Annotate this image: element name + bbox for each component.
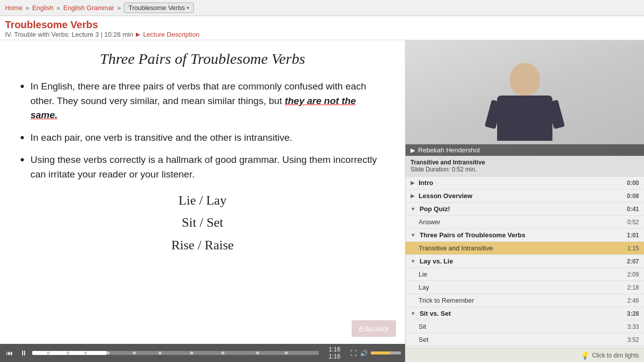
bullet-item-2: • In each pair, one verb is transitive a…: [20, 131, 385, 145]
expand-arrow-icon: ▼: [411, 206, 416, 212]
outline-label: Three Pairs of Troublesome Verbs: [420, 231, 525, 239]
bullet-text-1: In English, there are three pairs of ver…: [30, 79, 385, 123]
outline-time: 3:52: [621, 336, 639, 343]
verb-pair-3: Rise / Raise: [20, 234, 385, 256]
breadcrumb-current[interactable]: Troublesome Verbs ▾: [124, 3, 194, 13]
outline-item-trick[interactable]: Trick to Remember2:46: [406, 294, 644, 307]
timeline-dot: [256, 351, 259, 354]
outline-label: Transitive and Intransitive: [419, 244, 493, 252]
bullet-dot-2: •: [20, 131, 24, 145]
breadcrumb-sep-2: »: [57, 4, 60, 12]
breadcrumb-home[interactable]: Home: [5, 4, 23, 12]
expand-arrow-icon: ▼: [411, 232, 416, 238]
slide-duration-label: Slide Duration:: [411, 166, 450, 173]
outline-item-sit[interactable]: Sit3:33: [406, 320, 644, 333]
outline-time: 3:33: [621, 323, 639, 330]
title-bar: Troublesome Verbs IV. Trouble with Verbs…: [0, 16, 644, 40]
outline-time: 2:18: [621, 284, 639, 291]
time-display: 1:16 1:16: [322, 346, 347, 360]
subtitle-bar: IV. Trouble with Verbs: Lecture 3 | 10:2…: [5, 31, 639, 38]
timeline-dot: [66, 351, 69, 354]
subtitle-text: IV. Trouble with Verbs: Lecture 3 | 10:2…: [5, 31, 133, 38]
dim-lights-label: Click to dim lights: [592, 352, 639, 359]
outline-item-sit-vs-set[interactable]: ▼Sit vs. Set3:28: [406, 307, 644, 320]
slide-wrapper: Three Pairs of Troublesome Verbs • In En…: [0, 40, 405, 344]
educator-watermark: Educator: [352, 320, 396, 337]
expand-arrow-icon: ▶: [411, 193, 415, 199]
expand-arrow-icon: ▶: [411, 180, 415, 186]
breadcrumb-english[interactable]: English: [32, 4, 54, 12]
outline-time: 0:08: [621, 193, 639, 200]
volume-bar[interactable]: [371, 351, 401, 354]
fullscreen-button[interactable]: ⛶: [350, 349, 357, 357]
outline-item-lay[interactable]: Lay2:18: [406, 281, 644, 294]
verb-pair-2: Sit / Set: [20, 212, 385, 234]
instructor-video: ▶ Rebekah Hendershot: [406, 40, 644, 156]
outline-label: Pop Quiz!: [420, 205, 450, 213]
chevron-down-icon: ▾: [187, 5, 189, 11]
controls-bar: ⏮ ⏸ 1:16 1:16 ⛶ 🔊: [0, 344, 405, 362]
breadcrumb-current-label: Troublesome Verbs: [128, 4, 185, 12]
bulb-icon: 💡: [581, 351, 589, 359]
breadcrumb-bar: Home » English » English Grammar » Troub…: [0, 0, 644, 16]
right-panel: ▶ Rebekah Hendershot Transitive and Intr…: [405, 40, 644, 362]
outline-label: Set: [419, 336, 429, 343]
lecture-description-link[interactable]: Lecture Description: [143, 31, 199, 38]
play-icon-small: ▶: [411, 147, 415, 154]
slide-duration-value: 0:52 min.: [452, 166, 476, 173]
breadcrumb-sep-3: »: [117, 4, 121, 12]
progress-bar[interactable]: [32, 351, 319, 355]
timeline-dot: [107, 351, 110, 354]
outline-item-three-pairs[interactable]: ▼Three Pairs of Troublesome Verbs1:01: [406, 229, 644, 242]
timeline-dot: [190, 351, 193, 354]
now-playing-section: Transitive and Intransitive: [411, 159, 485, 166]
bullet-item-1: • In English, there are three pairs of v…: [20, 79, 385, 123]
outline-label: Lesson Overview: [419, 192, 472, 200]
outline-time: 0:52: [621, 219, 639, 226]
outline-time: 2:07: [621, 258, 639, 265]
outline-item-lesson-overview[interactable]: ▶Lesson Overview0:08: [406, 190, 644, 203]
outline-item-set[interactable]: Set3:52: [406, 333, 644, 346]
instructor-body: [497, 96, 552, 141]
outline-time: 0:00: [621, 179, 639, 187]
verb-pairs: Lie / Lay Sit / Set Rise / Raise: [20, 190, 385, 256]
play-icon: ▶: [136, 31, 140, 38]
breadcrumb-grammar[interactable]: English Grammar: [63, 4, 114, 12]
outline-time: 3:28: [621, 310, 639, 317]
outline-label: Intro: [419, 179, 433, 187]
pause-button[interactable]: ⏸: [18, 348, 29, 358]
outline-label: Trick to Remember: [419, 297, 474, 304]
slide-area: Three Pairs of Troublesome Verbs • In En…: [0, 40, 405, 362]
bullet-dot-3: •: [20, 153, 24, 167]
expand-arrow-icon: ▼: [411, 258, 416, 264]
outline-item-pop-quiz[interactable]: ▼Pop Quiz!0:41: [406, 203, 644, 216]
outline-time: 2:09: [621, 271, 639, 278]
timeline-dot: [221, 351, 224, 354]
outline-label: Lie: [419, 270, 427, 278]
outline-time: 0:41: [621, 206, 639, 213]
dim-lights-bar[interactable]: 💡 Click to dim lights: [406, 348, 644, 362]
outline-item-answer[interactable]: Answer0:52: [406, 216, 644, 229]
bullet-list: • In English, there are three pairs of v…: [20, 79, 385, 182]
volume-icon[interactable]: 🔊: [360, 349, 368, 357]
outline-item-intro[interactable]: ▶Intro0:00: [406, 176, 644, 190]
bullet-item-3: • Using these verbs correctly is a hallm…: [20, 153, 385, 182]
bullet-text-3: Using these verbs correctly is a hallmar…: [30, 153, 385, 182]
outline-item-lay-vs-lie[interactable]: ▼Lay vs. Lie2:07: [406, 255, 644, 268]
bullet-text-2: In each pair, one verb is transitive and…: [30, 131, 292, 145]
now-playing: Transitive and Intransitive Slide Durati…: [406, 156, 644, 176]
page-title: Troublesome Verbs: [5, 19, 639, 31]
outline-label: Sit: [419, 323, 426, 330]
outline-item-lie[interactable]: Lie2:09: [406, 268, 644, 281]
expand-arrow-icon: ▼: [411, 311, 416, 316]
volume-fill: [371, 351, 390, 354]
outline-label: Sit vs. Set: [420, 310, 451, 317]
total-time: 1:16: [329, 353, 340, 360]
skip-back-button[interactable]: ⏮: [4, 348, 15, 358]
breadcrumb-sep-1: »: [26, 4, 29, 12]
outline-item-transitive-intransitive[interactable]: Transitive and Intransitive1:15: [406, 242, 644, 255]
timeline-dot: [84, 351, 87, 354]
instructor-head: [510, 63, 540, 96]
timeline-dot: [133, 351, 136, 354]
timeline-dot: [158, 351, 162, 354]
